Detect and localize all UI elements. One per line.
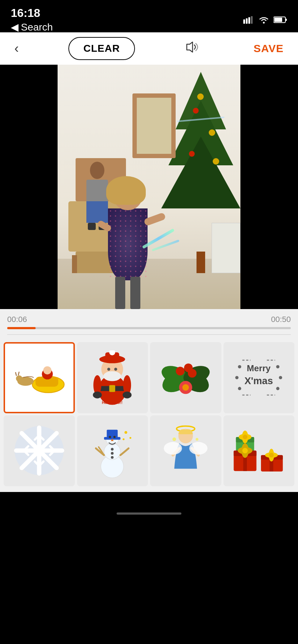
timeline-divider	[7, 334, 291, 335]
child-1	[86, 180, 108, 223]
sticker-holly[interactable]	[150, 342, 221, 413]
video-container	[0, 65, 298, 309]
svg-text:Ho.Ho.Ho!!: Ho.Ho.Ho!!	[102, 400, 123, 405]
timeline-bar[interactable]	[7, 327, 291, 329]
svg-point-45	[235, 376, 239, 379]
child-2	[108, 208, 148, 280]
svg-line-15	[15, 372, 17, 376]
svg-point-4	[263, 22, 265, 24]
svg-point-105	[269, 453, 274, 458]
svg-point-72	[109, 436, 111, 438]
sticker-snowflake[interactable]	[4, 415, 75, 487]
svg-rect-3	[251, 16, 253, 24]
back-arrow-icon: ◀	[11, 21, 19, 33]
svg-point-38	[188, 369, 197, 377]
video-scene	[58, 65, 240, 309]
svg-point-30	[123, 391, 132, 398]
sticker-angel[interactable]	[150, 415, 221, 487]
volume-button[interactable]	[181, 37, 204, 60]
svg-point-36	[176, 367, 184, 375]
svg-rect-6	[285, 19, 287, 21]
sticker-grid: Ho.Ho.Ho!! Merry X	[0, 339, 298, 492]
svg-point-87	[196, 438, 199, 441]
home-indicator	[117, 512, 181, 515]
status-bar: 16:18 ◀ Search	[0, 0, 298, 32]
svg-rect-70	[107, 430, 118, 438]
svg-point-99	[243, 448, 248, 454]
svg-point-84	[164, 442, 182, 455]
wall-frame	[132, 93, 176, 158]
svg-point-76	[111, 456, 114, 459]
back-button[interactable]: ‹	[11, 37, 22, 60]
svg-point-74	[111, 448, 114, 451]
end-timestamp: 00:50	[271, 315, 291, 324]
svg-text:X'mas: X'mas	[245, 375, 273, 386]
svg-point-48	[276, 387, 280, 390]
svg-rect-7	[274, 18, 282, 22]
sticker-merry-xmas[interactable]: Merry X'mas	[224, 342, 295, 413]
svg-point-47	[238, 387, 241, 390]
signal-icon	[243, 16, 254, 24]
storage-box	[212, 223, 240, 273]
status-time: 16:18	[11, 6, 53, 20]
svg-rect-2	[248, 17, 250, 24]
start-timestamp: 00:06	[7, 315, 27, 324]
battery-icon	[274, 16, 287, 23]
toolbar: ‹ CLEAR SAVE	[0, 32, 298, 65]
svg-point-29	[93, 391, 102, 398]
svg-rect-1	[246, 18, 248, 24]
timeline-area: 00:06 00:50	[0, 309, 298, 339]
video-black-right	[240, 65, 298, 309]
svg-point-14	[16, 375, 22, 382]
svg-point-73	[113, 436, 116, 438]
sticker-snowman[interactable]	[77, 415, 148, 487]
bottom-area	[0, 492, 298, 535]
timeline-progress	[7, 327, 36, 329]
svg-point-66	[35, 446, 44, 455]
sticker-row-2	[4, 415, 294, 487]
search-label: Search	[21, 22, 53, 33]
clear-button[interactable]: CLEAR	[68, 37, 135, 60]
svg-point-79	[123, 438, 125, 440]
svg-rect-0	[243, 19, 245, 24]
svg-text:Merry: Merry	[247, 363, 271, 373]
wifi-icon	[258, 16, 269, 24]
svg-point-25	[114, 368, 117, 371]
svg-point-75	[111, 452, 114, 455]
timeline-timestamps: 00:06 00:50	[7, 315, 291, 324]
sticker-santa-sleigh[interactable]	[4, 342, 75, 413]
svg-point-93	[243, 435, 248, 440]
svg-point-44	[276, 365, 280, 368]
svg-point-46	[279, 376, 282, 379]
save-button[interactable]: SAVE	[250, 39, 287, 58]
svg-point-40	[182, 384, 189, 391]
svg-point-86	[172, 438, 176, 441]
status-icons	[243, 16, 287, 24]
svg-point-78	[130, 437, 131, 439]
svg-point-85	[189, 442, 208, 455]
sticker-santa-ho[interactable]: Ho.Ho.Ho!!	[77, 342, 148, 413]
svg-point-43	[238, 365, 241, 368]
svg-point-26	[103, 371, 121, 381]
svg-point-77	[125, 431, 127, 434]
svg-point-12	[43, 366, 51, 374]
svg-rect-19	[109, 385, 116, 392]
status-back: ◀ Search	[11, 21, 53, 33]
svg-marker-8	[187, 42, 193, 52]
svg-point-24	[107, 368, 110, 371]
sticker-gifts[interactable]	[224, 415, 295, 487]
svg-line-16	[18, 372, 19, 375]
video-black-left	[0, 65, 58, 309]
sticker-row-1: Ho.Ho.Ho!! Merry X	[4, 342, 294, 413]
volume-icon	[185, 41, 200, 54]
